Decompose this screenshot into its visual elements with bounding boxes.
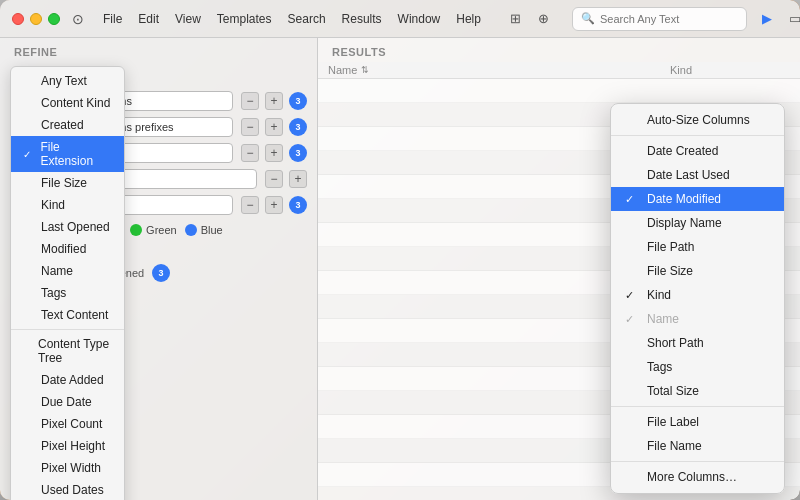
row-plus-3[interactable]: + [265,144,283,162]
refine-dropdown[interactable]: Any Text Content Kind Created ✓ File Ext… [10,66,125,500]
search-bar[interactable]: 🔍 [572,7,747,31]
sort-arrow-icon: ⇅ [361,65,369,75]
bottom-badge-2: 3 [152,264,170,282]
ctx-total-size[interactable]: Total Size [611,379,784,403]
row-minus-4[interactable]: − [265,170,283,188]
ctx-file-size[interactable]: File Size [611,259,784,283]
refine-option-last-opened[interactable]: Last Opened [11,216,124,238]
close-button[interactable] [12,13,24,25]
context-menu: Auto-Size Columns Date Created Date Last… [610,103,785,494]
row-plus-4[interactable]: + [289,170,307,188]
toolbar-left-icons: ⊞ ⊕ [504,8,556,30]
dropdown-divider-1 [11,329,124,330]
titlebar: ⊙ File Edit View Templates Search Result… [0,0,800,38]
ctx-divider-3 [611,461,784,462]
results-columns: Name ⇅ Kind [318,62,800,79]
green-dot [130,224,142,236]
menu-edit[interactable]: Edit [131,9,166,29]
search-input[interactable] [600,13,738,25]
refine-option-pixel-width[interactable]: Pixel Width [11,457,124,479]
col-kind-header: Kind [670,64,790,76]
row-badge-3: 3 [289,144,307,162]
ctx-divider-1 [611,135,784,136]
row-plus-content-kind[interactable]: + [265,118,283,136]
refine-option-file-size[interactable]: File Size [11,172,124,194]
window-toggle-button[interactable]: ⊞ [504,8,528,30]
row-badge-any-text: 3 [289,92,307,110]
search-icon: 🔍 [581,12,595,25]
row-badge-content-kind: 3 [289,118,307,136]
ctx-display-name[interactable]: Display Name [611,211,784,235]
ctx-date-modified[interactable]: ✓ Date Modified [611,187,784,211]
menu-file[interactable]: File [96,9,129,29]
ctx-date-last-used[interactable]: Date Last Used [611,163,784,187]
ctx-auto-size[interactable]: Auto-Size Columns [611,108,784,132]
refine-option-content-type-tree[interactable]: Content Type Tree [11,333,124,369]
refine-option-pixel-height[interactable]: Pixel Height [11,435,124,457]
ctx-divider-2 [611,406,784,407]
maximize-button[interactable] [48,13,60,25]
right-toolbar: ▶ ▭ ⊟ ⊞ ⌄ ↑ [755,8,800,30]
ctx-file-name[interactable]: File Name [611,434,784,458]
refine-option-file-extension[interactable]: ✓ File Extension [11,136,124,172]
menu-templates[interactable]: Templates [210,9,279,29]
row-minus-any[interactable]: − [241,196,259,214]
refine-option-any-text[interactable]: Any Text [11,70,124,92]
refine-option-tags[interactable]: Tags [11,282,124,304]
row-plus-any[interactable]: + [265,196,283,214]
color-green[interactable]: Green [130,224,177,236]
menu-bar: File Edit View Templates Search Results … [96,9,488,29]
ctx-tags[interactable]: Tags [611,355,784,379]
new-tab-button[interactable]: ⊕ [532,8,556,30]
ctx-file-path[interactable]: File Path [611,235,784,259]
refine-option-date-added[interactable]: Date Added [11,369,124,391]
row-minus-any-text[interactable]: − [241,92,259,110]
ctx-date-created[interactable]: Date Created [611,139,784,163]
refine-option-pixel-count[interactable]: Pixel Count [11,413,124,435]
ctx-kind[interactable]: ✓ Kind [611,283,784,307]
row-minus-content-kind[interactable]: − [241,118,259,136]
results-header: Results [318,38,800,62]
refine-option-content-kind[interactable]: Content Kind [11,92,124,114]
content-area: Refine Any Text Content Kind Created ✓ [0,38,800,500]
menu-search[interactable]: Search [281,9,333,29]
refine-option-used-dates[interactable]: Used Dates [11,479,124,500]
refine-option-name[interactable]: Name [11,260,124,282]
col-name-header: Name ⇅ [328,64,670,76]
traffic-lights [12,13,60,25]
minimize-button[interactable] [30,13,42,25]
ctx-file-label[interactable]: File Label [611,410,784,434]
menu-view[interactable]: View [168,9,208,29]
menu-help[interactable]: Help [449,9,488,29]
result-row [318,79,800,103]
ctx-more-columns[interactable]: More Columns… [611,465,784,489]
blue-dot [185,224,197,236]
refine-panel: Refine Any Text Content Kind Created ✓ [0,38,318,500]
row-minus-3[interactable]: − [241,144,259,162]
play-button[interactable]: ▶ [755,8,779,30]
menu-window[interactable]: Window [391,9,448,29]
refine-option-due-date[interactable]: Due Date [11,391,124,413]
ctx-short-path[interactable]: Short Path [611,331,784,355]
menu-results[interactable]: Results [335,9,389,29]
view-single-button[interactable]: ▭ [783,8,800,30]
app-icon: ⊙ [72,11,84,27]
refine-option-created[interactable]: Created [11,114,124,136]
refine-option-kind[interactable]: Kind [11,194,124,216]
row-plus-any-text[interactable]: + [265,92,283,110]
refine-option-text-content[interactable]: Text Content [11,304,124,326]
row-badge-any: 3 [289,196,307,214]
refine-header: Refine [0,38,317,62]
refine-option-modified[interactable]: Modified [11,238,124,260]
ctx-name[interactable]: ✓ Name [611,307,784,331]
color-blue[interactable]: Blue [185,224,223,236]
